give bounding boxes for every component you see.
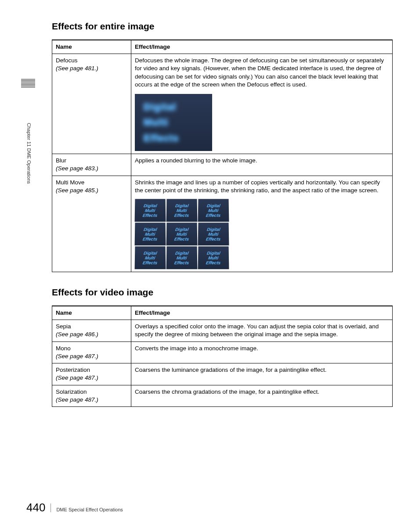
- section-heading-entire-image: Effects for entire image: [52, 21, 393, 32]
- effect-name: Defocus: [56, 57, 78, 64]
- page-ref: (See page 481.): [56, 65, 98, 72]
- table-row: Mono (See page 487.) Converts the image …: [52, 341, 393, 363]
- table-effects-entire-image: Name Effect/Image Defocus (See page 481.…: [52, 40, 393, 272]
- effect-name-cell: Defocus (See page 481.): [52, 54, 131, 154]
- effect-name: Mono: [56, 345, 71, 352]
- page-ref: (See page 483.): [56, 165, 98, 172]
- sidebar-decoration-lines: [21, 79, 35, 87]
- table-row: Multi Move (See page 485.) Shrinks the i…: [52, 176, 393, 272]
- defocus-example-image: Digital Multi Effects: [135, 94, 212, 151]
- multimove-tile: DigitalMultiEffects: [166, 199, 198, 222]
- multimove-tile: DigitalMultiEffects: [166, 223, 198, 245]
- effect-desc-cell: Applies a rounded blurring to the whole …: [131, 154, 393, 176]
- effect-name: Blur: [56, 157, 66, 164]
- effect-name: Multi Move: [56, 179, 84, 186]
- effect-name-cell: Multi Move (See page 485.): [52, 176, 131, 272]
- table-effects-video-image: Name Effect/Image Sepia (See page 486.) …: [52, 306, 393, 407]
- multimove-tile: DigitalMultiEffects: [166, 246, 198, 269]
- effect-desc: Shrinks the image and lines up a number …: [135, 179, 389, 194]
- table-row: Defocus (See page 481.) Defocuses the wh…: [52, 54, 393, 154]
- defocus-text-line: Effects: [144, 132, 179, 145]
- effect-name-cell: Solarization (See page 487.): [52, 385, 131, 406]
- multimove-tile: DigitalMultiEffects: [135, 223, 166, 245]
- table-row: Posterization (See page 487.) Coarsens t…: [52, 363, 393, 385]
- page-number: 440: [26, 501, 45, 514]
- effect-desc-cell: Shrinks the image and lines up a number …: [131, 176, 393, 272]
- page-ref: (See page 487.): [56, 374, 98, 381]
- effect-name-cell: Mono (See page 487.): [52, 341, 131, 363]
- table-row: Solarization (See page 487.) Coarsens th…: [52, 385, 393, 406]
- multimove-tile: DigitalMultiEffects: [198, 223, 229, 245]
- effect-desc-cell: Converts the image into a monochrome ima…: [131, 341, 393, 363]
- table-header-name: Name: [52, 306, 131, 320]
- table-row: Blur (See page 483.) Applies a rounded b…: [52, 154, 393, 176]
- defocus-text-line: Digital: [144, 101, 176, 114]
- effect-name: Solarization: [56, 388, 87, 395]
- multimove-tile: DigitalMultiEffects: [135, 199, 166, 222]
- multimove-tile: DigitalMultiEffects: [198, 199, 229, 222]
- effect-desc-cell: Coarsens the chroma gradations of the im…: [131, 385, 393, 406]
- defocus-text-line: Multi: [144, 116, 168, 129]
- table-header-effect: Effect/Image: [131, 306, 393, 320]
- multimove-example-image: DigitalMultiEffects DigitalMultiEffects …: [135, 199, 229, 269]
- effect-desc-cell: Defocuses the whole image. The degree of…: [131, 54, 393, 154]
- page-ref: (See page 485.): [56, 187, 98, 194]
- effect-name: Sepia: [56, 323, 71, 330]
- effect-desc: Defocuses the whole image. The degree of…: [135, 57, 389, 89]
- table-header-name: Name: [52, 40, 131, 54]
- effect-desc-cell: Overlays a specified color onto the imag…: [131, 320, 393, 341]
- multimove-tile: DigitalMultiEffects: [135, 246, 166, 269]
- effect-name: Posterization: [56, 367, 90, 373]
- effect-name-cell: Sepia (See page 486.): [52, 320, 131, 341]
- effect-name-cell: Blur (See page 483.): [52, 154, 131, 176]
- page-footer: 440 DME Special Effect Operations: [26, 501, 123, 514]
- footer-divider: [51, 503, 51, 512]
- sidebar-chapter-label: Chapter 11 DME Operations: [26, 123, 32, 184]
- page-ref: (See page 486.): [56, 331, 98, 338]
- effect-name-cell: Posterization (See page 487.): [52, 363, 131, 385]
- table-header-effect: Effect/Image: [131, 40, 393, 54]
- footer-section-title: DME Special Effect Operations: [56, 507, 123, 512]
- section-heading-video-image: Effects for video image: [52, 287, 393, 298]
- page-ref: (See page 487.): [56, 396, 98, 403]
- effect-desc-cell: Coarsens the luminance gradations of the…: [131, 363, 393, 385]
- multimove-tile: DigitalMultiEffects: [198, 246, 229, 269]
- page-content: Effects for entire image Name Effect/Ima…: [52, 0, 393, 407]
- table-row: Sepia (See page 486.) Overlays a specifi…: [52, 320, 393, 341]
- page-ref: (See page 487.): [56, 353, 98, 359]
